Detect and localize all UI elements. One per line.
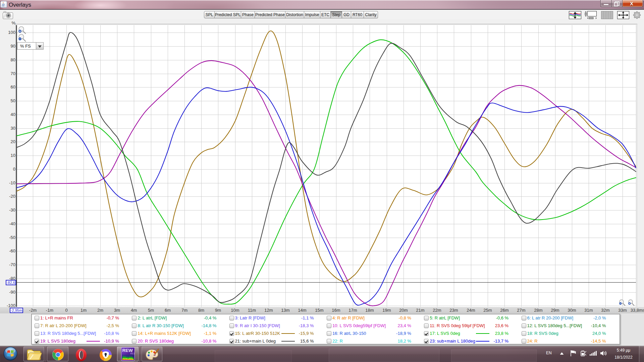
svg-text:% FS: % FS [20,44,31,49]
svg-text:V5.1: V5.1 [130,352,135,355]
